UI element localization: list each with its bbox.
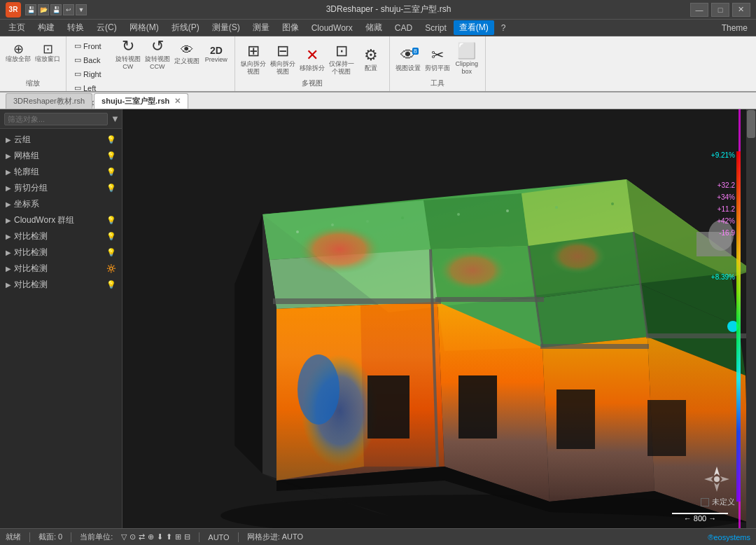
view-settings-button[interactable]: 👁 8 视图设置: [394, 46, 422, 72]
menu-measure2[interactable]: 测量: [247, 20, 275, 35]
menu-script[interactable]: Script: [419, 22, 452, 34]
tree-arrow-compare1: ▶: [6, 233, 11, 240]
tree-item-cloudworx[interactable]: ▶ CloudWorx 群组 💡: [0, 212, 122, 228]
remove-split-button[interactable]: ✕ 移除拆分: [298, 46, 326, 72]
menubar: 主页 构建 转换 云(C) 网格(M) 折线(P) 测量(S) 测量 图像 Cl…: [0, 20, 756, 36]
close-button[interactable]: ✕: [732, 3, 750, 17]
save-btn[interactable]: 💾: [25, 4, 36, 15]
svg-marker-53: [720, 476, 729, 482]
undefined-box-icon: [701, 498, 709, 506]
zoom-all-button[interactable]: ⊕ 缩放全部: [4, 39, 32, 66]
menu-cad[interactable]: CAD: [389, 22, 418, 34]
rotate-cw-button[interactable]: ↻ 旋转视图CW: [114, 41, 142, 67]
left-label: Left: [83, 84, 96, 92]
menu-view[interactable]: 查看(M): [454, 20, 494, 35]
down-icon[interactable]: ⬇: [157, 532, 163, 541]
move-icon[interactable]: ⇄: [139, 532, 145, 541]
tree-arrow-cloudworx: ▶: [6, 216, 11, 224]
clipping-box-label: Clipping box: [454, 60, 480, 76]
menu-home[interactable]: 主页: [3, 20, 31, 35]
tree-item-contour[interactable]: ▶ 轮廓组 💡: [0, 164, 122, 180]
zoom-window-button[interactable]: ⊡ 缩放窗口: [34, 39, 62, 66]
tree-item-mesh[interactable]: ▶ 网格组 💡: [0, 148, 122, 164]
tree-item-compare1[interactable]: ▶ 对比检测 💡: [0, 228, 122, 244]
tree-icon-contour: 💡: [106, 167, 116, 177]
split-v-label: 纵向拆分视图: [240, 60, 267, 76]
svg-rect-31: [646, 333, 748, 338]
define-view-button[interactable]: 👁 定义视图: [173, 41, 201, 67]
multiview-buttons: ⊞ 纵向拆分视图 ⊟ 横向拆分视图 ✕ 移除拆分 ⊡ 仅保持一个视图 ⚙ 配置: [239, 39, 385, 78]
right-view-button[interactable]: ▭ Right: [71, 67, 111, 81]
menu-transform[interactable]: 转换: [62, 20, 90, 35]
tree-item-compare4[interactable]: ▶ 对比检测 💡: [0, 277, 122, 293]
split-vertical-button[interactable]: ⊞ 纵向拆分视图: [239, 46, 267, 72]
tree-label-cloud: 云组: [14, 134, 104, 146]
2d-preview-button[interactable]: 2D Preview: [202, 41, 230, 67]
tree-item-coord[interactable]: ▶ 坐标系: [0, 196, 122, 212]
grid-icon[interactable]: ⊞: [175, 532, 181, 541]
clipping-box-button[interactable]: ⬜ Clipping box: [453, 46, 481, 72]
tab-reshaper[interactable]: 3DReshaper教材.rsh: [6, 93, 92, 109]
pointcloud-render: [122, 109, 756, 528]
minimize-button[interactable]: —: [690, 3, 708, 17]
up-icon[interactable]: ⬆: [166, 532, 172, 541]
save2-btn[interactable]: 💾: [50, 4, 62, 15]
svg-marker-55: [704, 476, 713, 482]
menu-storage[interactable]: 储藏: [360, 20, 388, 35]
main-content: ▼ ≡ ▶ 云组 💡 ▶ 网格组 💡 ▶ 轮廓组 💡 ▶ 剪切分组: [0, 109, 756, 528]
nav-compass: [703, 465, 731, 493]
anchor-icon[interactable]: ⊕: [148, 532, 154, 541]
status-sep-3: [199, 532, 200, 542]
rotate-ccw-button[interactable]: ↺ 旋转视图CCW: [144, 41, 172, 67]
menu-measure1[interactable]: 测量(S): [206, 20, 246, 35]
tree-item-compare3[interactable]: ▶ 对比检测 🔆: [0, 261, 122, 277]
single-view-button[interactable]: ⊡ 仅保持一个视图: [328, 46, 356, 72]
mesh-icon[interactable]: ⊟: [184, 532, 190, 541]
window-controls: — □ ✕: [690, 3, 750, 17]
rotate-ccw-icon: ↺: [151, 37, 164, 55]
undefined-legend: 未定义: [701, 497, 735, 507]
status-cutout: 截面: 0: [38, 532, 62, 542]
split-horizontal-button[interactable]: ⊟ 横向拆分视图: [269, 46, 297, 72]
menu-cloud[interactable]: 云(C): [91, 20, 122, 35]
toolbar-tools-group: 👁 8 视图设置 ✂ 剪切平面 ⬜ Clipping box 工具: [390, 36, 486, 91]
menu-build[interactable]: 构建: [32, 20, 60, 35]
3d-viewport[interactable]: +9.21% +32.2 +34% +11.2 +42% -16.9 +8.39…: [122, 109, 756, 528]
undo-btn[interactable]: ↩: [63, 4, 74, 15]
front-view-button[interactable]: ▭ Front: [71, 39, 111, 53]
maximize-button[interactable]: □: [711, 3, 729, 17]
menu-image[interactable]: 图像: [276, 20, 304, 35]
configure-button[interactable]: ⚙ 配置: [357, 46, 385, 72]
filter-icon[interactable]: ▽: [121, 532, 127, 541]
menu-mesh[interactable]: 网格(M): [124, 20, 164, 35]
viewport-scrollbar[interactable]: [746, 109, 756, 528]
tree-item-compare2[interactable]: ▶ 对比检测 💡: [0, 244, 122, 261]
filter-input[interactable]: [4, 113, 108, 125]
tree-icon-compare2: 💡: [106, 248, 116, 257]
status-mesh-advance: 网格步进: AUTO: [247, 532, 303, 542]
tree-label-compare4: 对比检测: [14, 279, 104, 291]
tree-icon-cut: 💡: [106, 184, 116, 193]
clip-plane-button[interactable]: ✂ 剪切平面: [424, 46, 451, 72]
svg-point-27: [298, 354, 340, 425]
point-icon[interactable]: ⊙: [130, 532, 136, 541]
zoom-buttons: ⊕ 缩放全部 ⊡ 缩放窗口: [4, 39, 62, 66]
tab-shuju-close[interactable]: ✕: [174, 97, 181, 105]
tab-shuju[interactable]: shuju-三室户型.rsh ✕: [94, 93, 188, 109]
tree-item-cloud[interactable]: ▶ 云组 💡: [0, 132, 122, 148]
open-btn[interactable]: 📂: [38, 4, 49, 15]
nav-arrows: [703, 465, 731, 493]
menu-polyline[interactable]: 折线(P): [166, 20, 205, 35]
tree-arrow-compare3: ▶: [6, 265, 11, 272]
menu-theme[interactable]: Theme: [716, 22, 753, 34]
tree-label-cut: 剪切分组: [14, 182, 104, 194]
dropdown-btn[interactable]: ▼: [76, 4, 87, 15]
titlebar-left: 3R 💾 📂 💾 ↩ ▼: [6, 2, 87, 18]
menu-cloudworx[interactable]: CloudWorx: [306, 22, 358, 34]
filter-icon[interactable]: ▼: [111, 112, 120, 126]
menu-help[interactable]: ?: [496, 22, 512, 34]
scrollbar-thumb[interactable]: [747, 110, 755, 138]
rotate-buttons: ↻ 旋转视图CW ↺ 旋转视图CCW 👁 定义视图 2D Preview: [114, 41, 230, 67]
back-view-button[interactable]: ▭ Back: [71, 53, 111, 67]
tree-item-cut[interactable]: ▶ 剪切分组 💡: [0, 180, 122, 196]
